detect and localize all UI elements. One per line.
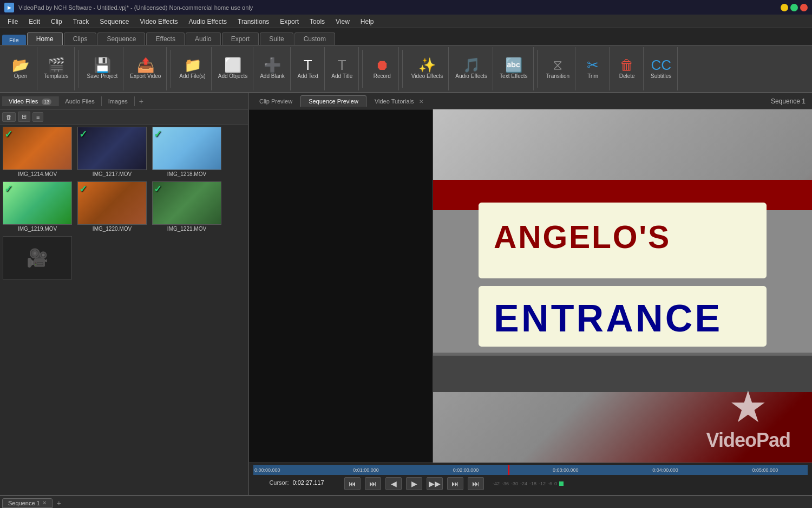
play-button[interactable]: ▶: [406, 477, 422, 490]
tab-clips[interactable]: Clips: [64, 32, 97, 45]
step-forward-button[interactable]: ⏭: [447, 477, 463, 490]
ribbon-group-subtitle: CC Subtitles: [645, 47, 678, 90]
clip-preview-pane: [249, 109, 433, 463]
frame-forward-button[interactable]: ▶▶: [427, 477, 443, 490]
tab-home[interactable]: Home: [27, 32, 63, 45]
audio-effects-button[interactable]: 🎵 Audio Effects: [452, 56, 490, 82]
timeline-tabs: Sequence 1 ✕ +: [0, 496, 812, 508]
menu-clip[interactable]: Clip: [45, 17, 68, 27]
menu-file[interactable]: File: [2, 17, 23, 27]
minimize-button[interactable]: [781, 4, 788, 11]
file-item[interactable]: ✓ IMG_1218.MOV: [152, 127, 222, 177]
menu-edit[interactable]: Edit: [23, 17, 45, 27]
ruler-time-3: 0:03:00.000: [553, 467, 579, 473]
sequence-title: Sequence 1: [431, 97, 810, 105]
file-item[interactable]: ✓ IMG_1219.MOV: [2, 181, 73, 232]
menu-tools[interactable]: Tools: [304, 17, 330, 27]
tab-effects[interactable]: Effects: [146, 32, 184, 45]
menu-view[interactable]: View: [330, 17, 355, 27]
videopad-watermark: ★ VideoPad: [706, 386, 790, 452]
record-button[interactable]: ⏺ Record: [368, 56, 396, 82]
menu-audio-effects[interactable]: Audio Effects: [184, 17, 233, 27]
file-view-button[interactable]: ⊞: [18, 112, 30, 122]
tab-audio[interactable]: Audio: [186, 32, 221, 45]
check-icon: ✓: [154, 183, 162, 195]
add-text-icon: T: [304, 58, 312, 72]
tab-clip-preview[interactable]: Clip Preview: [251, 95, 300, 107]
file-tab-audio[interactable]: Audio Files: [58, 96, 101, 106]
file-tab-video[interactable]: Video Files 13: [2, 96, 58, 106]
file-item-placeholder: 🎥: [2, 236, 73, 279]
tab-video-tutorials[interactable]: Video Tutorials ✕: [366, 95, 431, 107]
add-sequence-tab[interactable]: +: [53, 498, 66, 509]
ribbon-group-add-blank: ➕ Add Blank: [254, 47, 291, 90]
menu-video-effects[interactable]: Video Effects: [134, 17, 183, 27]
video-effects-button[interactable]: ✨ Video Effects: [408, 56, 447, 82]
add-files-button[interactable]: 📁 Add File(s): [176, 56, 208, 82]
menu-help[interactable]: Help: [355, 17, 379, 27]
level-bar: [559, 481, 564, 486]
close-button[interactable]: [800, 4, 808, 11]
file-item[interactable]: ✓ IMG_1220.MOV: [77, 181, 147, 232]
file-tab-add[interactable]: +: [135, 95, 148, 107]
timeline-area: Sequence 1 ✕ + Timeline ▼ 0:00:00.000 0:…: [0, 495, 812, 508]
ribbon-group-transition: ⧖ Transition: [541, 47, 576, 90]
subtitle-button[interactable]: CC Subtitles: [647, 56, 675, 82]
menu-export[interactable]: Export: [274, 17, 304, 27]
maximize-button[interactable]: [790, 4, 798, 11]
menu-sequence[interactable]: Sequence: [94, 17, 134, 27]
skip-to-start-button[interactable]: ⏮: [344, 477, 361, 490]
file-list-button[interactable]: ≡: [32, 112, 43, 122]
file-item[interactable]: ✓ IMG_1214.MOV: [2, 127, 73, 177]
skip-to-end-button[interactable]: ⏭: [468, 477, 484, 490]
templates-label: Templates: [44, 73, 69, 80]
ruler-time-5: 0:05:00.000: [752, 467, 778, 473]
ribbon-sep-5: [537, 50, 538, 88]
vol-mark: -30: [511, 481, 518, 486]
add-blank-button[interactable]: ➕ Add Blank: [257, 56, 288, 82]
file-name: IMG_1221.MOV: [167, 226, 206, 232]
file-item[interactable]: ✓ IMG_1221.MOV: [152, 181, 222, 232]
save-project-button[interactable]: 💾 Save Project: [84, 56, 121, 82]
file-name: IMG_1217.MOV: [93, 171, 132, 177]
add-text-button[interactable]: T Add Text: [294, 56, 322, 82]
open-button[interactable]: 📂 Open: [6, 56, 35, 82]
vol-mark: 0: [554, 481, 557, 486]
file-thumbnail: ✓: [3, 127, 72, 170]
file-tab-images[interactable]: Images: [102, 96, 135, 106]
tab-suite[interactable]: Suite: [260, 32, 293, 45]
file-item[interactable]: ✓ IMG_1217.MOV: [77, 127, 147, 177]
frame-back-button[interactable]: ◀: [385, 477, 402, 490]
ribbon-group-add-title: T Add Title: [326, 47, 359, 90]
tab-export[interactable]: Export: [222, 32, 259, 45]
text-effects-button[interactable]: 🔤 Text Effects: [496, 56, 531, 82]
ribbon-group-video-effects: ✨ Video Effects: [406, 47, 449, 90]
record-icon: ⏺: [375, 58, 389, 72]
tab-sequence-preview[interactable]: Sequence Preview: [300, 95, 366, 107]
vol-mark: -42: [493, 481, 500, 486]
delete-file-button[interactable]: 🗑: [2, 112, 16, 122]
add-files-icon: 📁: [184, 58, 201, 72]
tab-sequence[interactable]: Sequence: [97, 32, 145, 45]
vol-mark: -18: [529, 481, 536, 486]
tab-custom[interactable]: Custom: [294, 32, 335, 45]
tab-bar: File Home Clips Sequence Effects Audio E…: [0, 28, 812, 45]
sequence-tab-close[interactable]: ✕: [42, 500, 47, 506]
ribbon-group-add-objects: ⬜ Add Objects: [213, 47, 253, 90]
templates-icon: 🎬: [48, 58, 65, 72]
delete-button[interactable]: 🗑 Delete: [613, 56, 641, 82]
tab-file[interactable]: File: [2, 35, 26, 45]
templates-button[interactable]: 🎬 Templates: [41, 56, 72, 82]
step-back-button[interactable]: ⏭: [365, 477, 381, 490]
audio-effects-label: Audio Effects: [455, 73, 487, 80]
trim-button[interactable]: ✂ Trim: [579, 56, 607, 82]
add-title-button[interactable]: T Add Title: [328, 56, 356, 82]
menu-transitions[interactable]: Transitions: [232, 17, 274, 27]
close-tutorials-tab[interactable]: ✕: [419, 99, 423, 105]
sequence-tab[interactable]: Sequence 1 ✕: [2, 498, 53, 508]
transition-button[interactable]: ⧖ Transition: [543, 56, 573, 82]
add-title-icon: T: [338, 58, 346, 72]
export-video-button[interactable]: 📤 Export Video: [127, 56, 164, 82]
menu-track[interactable]: Track: [68, 17, 95, 27]
add-objects-button[interactable]: ⬜ Add Objects: [215, 56, 251, 82]
